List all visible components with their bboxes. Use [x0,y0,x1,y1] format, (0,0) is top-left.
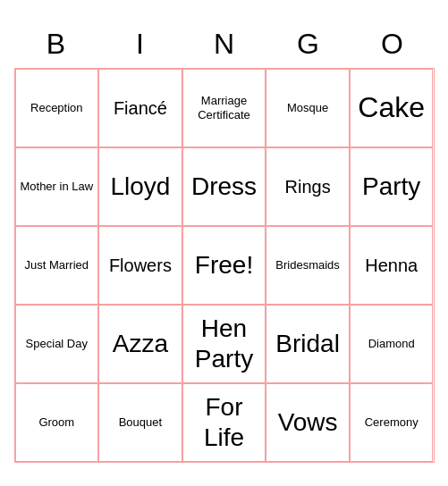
bingo-cell: Henna [350,226,434,305]
cell-text: Mosque [287,101,328,115]
bingo-cell: Reception [15,69,99,147]
bingo-cell: Just Married [15,226,99,305]
bingo-grid: ReceptionFiancéMarriage CertificateMosqu… [14,68,435,463]
header-letter: B [14,24,98,64]
bingo-header: BINGO [14,24,435,64]
header-letter: N [182,24,266,64]
cell-text: Mother in Law [20,180,93,194]
cell-text: Lloyd [110,172,170,202]
bingo-cell: Fiancé [98,69,182,147]
cell-text: Cake [358,90,425,124]
bingo-cell: Bridesmaids [266,226,350,305]
cell-text: Ceremony [365,415,418,430]
header-letter: O [351,24,435,64]
cell-text: Henna [365,255,418,276]
bingo-cell: Cake [350,69,434,147]
cell-text: Flowers [109,255,172,276]
cell-text: Fiancé [114,97,167,119]
cell-text: Just Married [25,258,89,272]
header-letter: G [266,24,351,64]
cell-text: Reception [30,101,83,115]
bingo-cell: Hen Party [182,305,266,383]
bingo-cell: Mother in Law [15,147,99,226]
bingo-cell: For Life [182,383,266,462]
cell-text: Hen Party [187,314,262,373]
bingo-cell: Vows [266,383,350,462]
bingo-cell: Bridal [266,305,350,383]
cell-text: Bridal [275,329,340,359]
cell-text: For Life [187,392,262,452]
cell-text: Party [362,172,420,202]
bingo-cell: Ceremony [350,383,434,462]
bingo-cell: Azza [98,305,182,383]
bingo-cell: Special Day [15,305,99,383]
bingo-cell: Flowers [98,226,182,305]
bingo-cell: Lloyd [98,147,182,226]
bingo-cell: Rings [266,147,350,226]
bingo-card: BINGO ReceptionFiancéMarriage Certificat… [14,24,435,463]
cell-text: Marriage Certificate [187,94,262,122]
bingo-cell: Bouquet [98,383,182,462]
bingo-cell: Mosque [266,69,350,147]
cell-text: Azza [113,329,168,359]
cell-text: Vows [278,407,338,438]
bingo-cell: Diamond [350,305,434,383]
header-letter: I [98,24,182,64]
bingo-cell: Free! [182,226,266,305]
cell-text: Groom [38,415,74,430]
cell-text: Bridesmaids [275,258,340,272]
cell-text: Special Day [26,337,88,351]
cell-text: Diamond [368,337,415,351]
bingo-cell: Party [350,147,434,226]
bingo-cell: Marriage Certificate [182,69,266,147]
cell-text: Free! [195,250,253,281]
cell-text: Rings [285,176,331,197]
bingo-cell: Groom [15,383,99,462]
cell-text: Dress [191,172,257,202]
cell-text: Bouquet [119,415,162,430]
bingo-cell: Dress [182,147,266,226]
